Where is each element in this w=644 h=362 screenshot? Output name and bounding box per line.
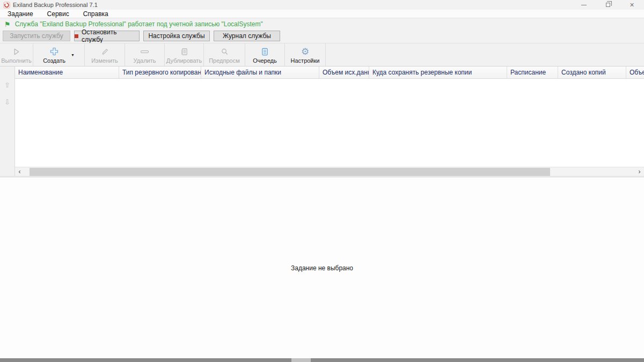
magnifier-icon (221, 47, 229, 56)
service-buttons-row: Запустить службу Остановить службу Настр… (0, 30, 644, 43)
restore-icon (606, 3, 610, 7)
create-dropdown-icon[interactable]: ▼ (71, 53, 75, 57)
queue-button[interactable]: Очередь (245, 43, 285, 66)
play-icon (12, 47, 20, 56)
minus-icon (141, 47, 149, 56)
duplicate-task-button[interactable]: Дублировать (165, 43, 204, 66)
run-task-label: Выполнить (1, 57, 31, 64)
window-controls: × (572, 0, 644, 10)
move-up-icon[interactable]: ⇧ (4, 82, 10, 88)
window-title: Exiland Backup Professional 7.1 (13, 2, 98, 8)
column-header-copies-created[interactable]: Создано копий (558, 67, 626, 78)
create-task-main: Создать (43, 46, 65, 64)
gear-icon: ⚙ (301, 47, 309, 56)
edit-task-label: Изменить (91, 57, 118, 64)
column-header-source-files[interactable]: Исходные файлы и папки (201, 67, 319, 78)
no-task-selected-message: Задание не выбрано (291, 264, 353, 272)
detail-pane: Задание не выбрано (0, 178, 644, 358)
edit-task-button[interactable]: Изменить (85, 43, 125, 66)
table-body-empty (15, 79, 644, 167)
column-header-backup-type[interactable]: Тип резервного копирования (119, 67, 201, 78)
task-table: ⇧ ⇩ Наименование Тип резервного копирова… (0, 67, 644, 178)
table-area: Наименование Тип резервного копирования … (15, 67, 644, 176)
column-header-schedule[interactable]: Расписание (507, 67, 558, 78)
app-icon (3, 2, 10, 9)
delete-task-button[interactable]: Удалить (125, 43, 165, 66)
copy-icon (180, 47, 188, 56)
column-header-source-size[interactable]: Объем исх.данных (319, 67, 369, 78)
start-service-label: Запустить службу (10, 32, 63, 40)
menubar: Задание Сервис Справка (0, 10, 644, 18)
create-task-button[interactable]: Создать ▼ (33, 43, 85, 66)
table-header: Наименование Тип резервного копирования … (15, 67, 644, 79)
scrollbar-thumb[interactable] (30, 168, 550, 176)
scroll-left-icon[interactable]: ‹ (15, 167, 24, 176)
delete-task-label: Удалить (134, 57, 156, 64)
horizontal-scrollbar[interactable]: ‹ › (15, 167, 644, 176)
stop-service-label: Остановить службу (82, 28, 139, 43)
restore-button[interactable] (596, 0, 620, 10)
pencil-icon (101, 47, 109, 56)
scroll-right-icon[interactable]: › (635, 167, 644, 176)
menu-item-servis[interactable]: Сервис (47, 10, 69, 18)
column-header-size[interactable]: Объем (626, 67, 644, 78)
titlebar: Exiland Backup Professional 7.1 × (0, 0, 644, 10)
queue-icon (261, 47, 269, 56)
settings-button[interactable]: ⚙ Настройки (285, 43, 326, 66)
flag-icon: ⚑ (4, 21, 11, 28)
app-window: Exiland Backup Professional 7.1 × Задани… (0, 0, 644, 362)
close-icon: × (630, 1, 634, 9)
create-task-label: Создать (43, 57, 65, 64)
taskbar-edge-highlight (291, 358, 311, 362)
preview-label: Предпросм (209, 57, 240, 64)
close-button[interactable]: × (620, 0, 644, 10)
stop-square-icon (75, 34, 78, 38)
column-header-name[interactable]: Наименование (15, 67, 119, 78)
taskbar-edge (0, 358, 644, 362)
service-settings-label: Настройка службы (148, 32, 204, 40)
main-toolbar: Выполнить Создать ▼ Изменить Удалить (0, 43, 644, 67)
service-log-button[interactable]: Журнал службы (214, 31, 280, 41)
run-task-button[interactable]: Выполнить (0, 43, 33, 66)
settings-label: Настройки (291, 57, 320, 64)
service-status-message: Служба "Exiland Backup Professional" раб… (15, 20, 263, 28)
duplicate-task-label: Дублировать (166, 57, 202, 64)
column-header-destination[interactable]: Куда сохранять резервные копии (369, 67, 507, 78)
plus-icon (50, 47, 58, 56)
minimize-button[interactable] (572, 0, 596, 10)
menu-item-spravka[interactable]: Справка (83, 10, 108, 18)
preview-button[interactable]: Предпросм (204, 43, 245, 66)
reorder-gutter: ⇧ ⇩ (0, 67, 15, 176)
stop-service-button[interactable]: Остановить службу (74, 31, 140, 41)
queue-label: Очередь (253, 57, 277, 64)
service-log-label: Журнал службы (223, 32, 271, 40)
menu-item-zadanie[interactable]: Задание (8, 10, 33, 18)
scrollbar-track[interactable] (24, 167, 635, 176)
start-service-button[interactable]: Запустить службу (3, 31, 70, 41)
move-down-icon[interactable]: ⇩ (4, 99, 10, 106)
service-settings-button[interactable]: Настройка службы (143, 31, 210, 41)
minimize-icon (581, 5, 587, 5)
